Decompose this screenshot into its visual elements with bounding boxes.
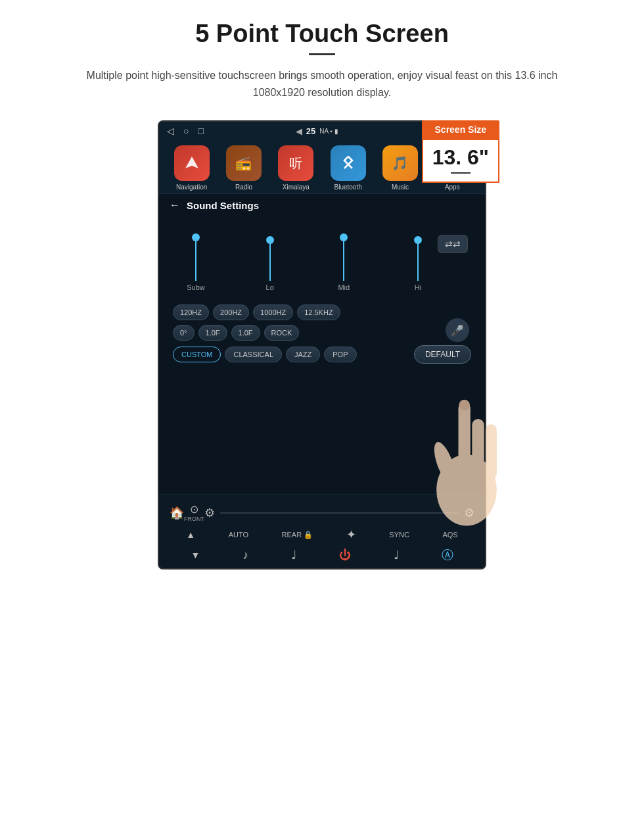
bluetooth-label: Bluetooth bbox=[334, 183, 362, 191]
home-icon[interactable]: ○ bbox=[183, 126, 189, 136]
voice-button[interactable]: 🎤 bbox=[446, 318, 469, 342]
eq-mid-label: Mid bbox=[338, 283, 350, 291]
filter-0deg[interactable]: 0° bbox=[173, 325, 195, 341]
freq-12500hz[interactable]: 12.5KHZ bbox=[297, 304, 340, 320]
page-title: 5 Point Touch Screen bbox=[195, 20, 449, 48]
preset-custom[interactable]: CUSTOM bbox=[173, 347, 221, 362]
badge-size-text: 13. 6" bbox=[432, 145, 489, 170]
svg-rect-7 bbox=[472, 419, 484, 479]
toolbar-front-label: FRONT bbox=[184, 516, 204, 522]
toolbar-note2[interactable]: ♩ bbox=[291, 548, 296, 562]
svg-marker-0 bbox=[185, 157, 198, 168]
signal-icons: NA ▪ ▮ bbox=[319, 128, 338, 135]
toolbar-note1[interactable]: ♪ bbox=[242, 548, 248, 562]
nav-label: Navigation bbox=[176, 183, 207, 191]
eq-mid-knob[interactable] bbox=[340, 233, 348, 241]
toolbar-rear-label: REAR 🔒 bbox=[282, 531, 313, 539]
title-divider bbox=[309, 53, 335, 55]
eq-subw-slider[interactable] bbox=[195, 222, 196, 281]
filter-row: 0° 1.0F 1.0F ROCK bbox=[170, 325, 474, 341]
nav-icon bbox=[174, 145, 210, 181]
radio-icon: 📻 bbox=[226, 145, 262, 181]
music-label: Music bbox=[392, 183, 409, 191]
freq-120hz[interactable]: 120HZ bbox=[173, 304, 209, 320]
app-ximalaya[interactable]: 听 Ximalaya bbox=[278, 145, 313, 191]
toolbar-star-icon[interactable]: ✦ bbox=[346, 527, 356, 542]
status-left: ◁ ○ □ bbox=[167, 126, 204, 136]
eq-lo-knob[interactable] bbox=[266, 236, 274, 244]
recents-icon[interactable]: □ bbox=[198, 126, 203, 136]
eq-section: Subw Lo bbox=[176, 222, 438, 291]
badge-size-line bbox=[451, 172, 471, 174]
device-wrapper: Screen Size 13. 6" ◁ ○ □ ◀ 25 NA ▪ ▮ ✳ 📶… bbox=[151, 120, 493, 570]
eq-hi-slider[interactable] bbox=[417, 222, 419, 281]
ximalaya-label: Ximalaya bbox=[283, 183, 310, 191]
svg-rect-8 bbox=[486, 425, 497, 479]
toolbar-row-3: ▼ ♪ ♩ ⏻ ♩ Ⓐ bbox=[159, 545, 485, 566]
speaker-section: ⇄⇄ bbox=[438, 222, 468, 253]
eq-hi-line bbox=[417, 239, 419, 281]
hand-svg bbox=[401, 370, 532, 534]
music-icon: 🎵 bbox=[382, 145, 418, 181]
badge-label: Screen Size bbox=[422, 120, 499, 139]
status-center: ◀ 25 NA ▪ ▮ bbox=[296, 126, 338, 136]
toolbar-front-icon[interactable]: ⊙ bbox=[190, 503, 198, 516]
volume-number: 25 bbox=[306, 126, 315, 136]
eq-subw[interactable]: Subw bbox=[176, 222, 216, 291]
toolbar-up-arrow[interactable]: ▲ bbox=[186, 529, 195, 540]
app-radio[interactable]: 📻 Radio bbox=[226, 145, 262, 191]
toolbar-down-arrow[interactable]: ▼ bbox=[191, 550, 200, 560]
filter-1f-1[interactable]: 1.0F bbox=[198, 325, 227, 341]
sound-title: Sound Settings bbox=[187, 200, 259, 211]
svg-point-10 bbox=[459, 400, 470, 411]
eq-lo-slider[interactable] bbox=[269, 222, 271, 281]
sound-header: ← Sound Settings bbox=[170, 199, 474, 211]
eq-hi[interactable]: Hi bbox=[398, 222, 438, 291]
toolbar-home[interactable]: 🏠 bbox=[170, 506, 184, 520]
freq-200hz[interactable]: 200HZ bbox=[213, 304, 249, 320]
eq-mid-slider[interactable] bbox=[343, 222, 344, 281]
preset-row: CUSTOM CLASSICAL JAZZ POP DEFAULT bbox=[170, 345, 474, 364]
speaker-button[interactable]: ⇄⇄ bbox=[438, 235, 468, 253]
toolbar-power[interactable]: ⏻ bbox=[339, 548, 351, 562]
preset-pop[interactable]: POP bbox=[324, 347, 356, 362]
toolbar-a-circle[interactable]: Ⓐ bbox=[442, 547, 453, 563]
eq-mid-line bbox=[343, 239, 344, 281]
apps-label: Apps bbox=[445, 183, 460, 191]
sound-back-button[interactable]: ← bbox=[170, 199, 180, 211]
radio-label: Radio bbox=[235, 183, 252, 191]
bluetooth-icon bbox=[331, 145, 366, 181]
badge-size-box: 13. 6" bbox=[422, 139, 499, 183]
eq-hi-label: Hi bbox=[415, 283, 421, 291]
eq-lo-line bbox=[269, 239, 271, 281]
filter-1f-2[interactable]: 1.0F bbox=[231, 325, 260, 341]
app-music[interactable]: 🎵 Music bbox=[382, 145, 418, 191]
eq-lo[interactable]: Lo bbox=[250, 222, 290, 291]
freq-row: 120HZ 200HZ 1000HZ 12.5KHZ bbox=[170, 304, 474, 320]
toolbar-note3[interactable]: ♩ bbox=[394, 548, 399, 562]
back-icon[interactable]: ◁ bbox=[167, 126, 174, 136]
toolbar-settings1[interactable]: ⚙ bbox=[204, 506, 215, 520]
ximalaya-icon: 听 bbox=[278, 145, 313, 181]
default-button[interactable]: DEFAULT bbox=[414, 345, 471, 364]
preset-classical[interactable]: CLASSICAL bbox=[225, 347, 282, 362]
eq-lo-label: Lo bbox=[266, 283, 274, 291]
toolbar-auto-label: AUTO bbox=[229, 531, 248, 539]
preset-jazz[interactable]: JAZZ bbox=[286, 347, 320, 362]
eq-hi-knob[interactable] bbox=[414, 236, 422, 244]
screen-size-badge: Screen Size 13. 6" bbox=[422, 120, 499, 183]
eq-subw-line bbox=[195, 239, 196, 281]
page-subtitle: Multiple point high-sensitive touchscree… bbox=[85, 67, 559, 101]
app-bluetooth[interactable]: Bluetooth bbox=[331, 145, 366, 191]
eq-subw-knob[interactable] bbox=[192, 233, 200, 241]
filter-rock[interactable]: ROCK bbox=[264, 325, 300, 341]
eq-mid[interactable]: Mid bbox=[324, 222, 363, 291]
svg-rect-6 bbox=[459, 402, 471, 473]
app-navigation[interactable]: Navigation bbox=[174, 145, 210, 191]
volume-icon: ◀ bbox=[296, 126, 302, 136]
freq-1000hz[interactable]: 1000HZ bbox=[253, 304, 293, 320]
eq-subw-label: Subw bbox=[187, 283, 205, 291]
hand-overlay bbox=[401, 370, 532, 537]
